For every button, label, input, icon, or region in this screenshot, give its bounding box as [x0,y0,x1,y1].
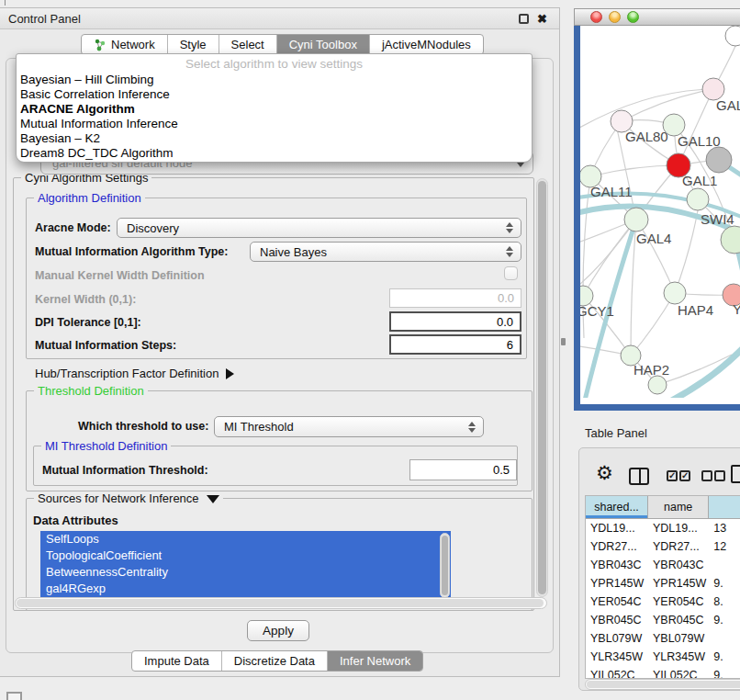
settings-horizontal-scrollbar-thumb[interactable] [17,599,544,607]
control-panel-tabbar: Network Style Select Cyni Toolbox jActiv… [81,34,484,55]
algorithm-dropdown-placeholder: Select algorithm to view settings [17,56,532,73]
tab-discretize-data[interactable]: Discretize Data [222,651,328,671]
dpi-tolerance-field[interactable]: 0.0 [389,311,521,332]
expand-arrow-icon[interactable] [226,368,234,379]
table-cell: YBL079W [586,632,648,645]
partial-corner-icon[interactable] [6,692,22,700]
data-attributes-list[interactable]: SelfLoopsTopologicalCoefficientBetweenne… [40,531,451,600]
window-zoom-icon[interactable] [627,11,639,23]
column-header-shared-name[interactable]: shared... [586,496,648,519]
network-node[interactable] [721,226,740,254]
checked-checkbox-icon[interactable]: ✓ [679,470,690,481]
network-edge[interactable] [580,220,636,290]
settings-vertical-scrollbar[interactable] [536,178,548,597]
unchecked-checkbox-icon[interactable] [714,470,725,481]
combo-arrows-icon [468,422,476,433]
data-attribute-item[interactable]: BetweennessCentrality [40,564,451,581]
network-edge[interactable] [675,210,698,293]
table-row[interactable]: YBR045CYBR045C9. [586,611,740,629]
data-attributes-scrollbar[interactable] [440,533,450,598]
network-node[interactable] [725,26,740,46]
network-window-titlebar[interactable] [574,8,740,26]
checked-checkbox-icon[interactable]: ✓ [667,470,678,481]
apply-button-label: Apply [263,624,294,638]
window-close-icon[interactable] [590,11,602,23]
mi-threshold-definition-title: MI Threshold Definition [41,439,171,453]
tab-impute-data[interactable]: Impute Data [132,651,222,671]
control-panel-titlebar[interactable]: Control Panel ✖ [0,8,559,29]
table-cell: YBL079W [648,632,709,645]
data-attribute-item[interactable]: TopologicalCoefficient [40,548,451,564]
settings-vertical-scrollbar-thumb[interactable] [538,181,546,594]
close-icon[interactable]: ✖ [537,14,547,24]
data-attribute-item[interactable]: gal4RGexp [40,581,451,597]
float-window-icon[interactable] [519,14,529,24]
network-edge[interactable] [590,165,678,176]
algorithm-option-mutual-information[interactable]: Mutual Information Inference [17,117,532,131]
aracne-mode-combobox[interactable]: Discovery [117,218,521,238]
hub-transcription-factor-label: Hub/Transcription Factor Definition [35,367,219,380]
mi-steps-field[interactable]: 6 [389,334,521,355]
table-row[interactable]: YBL079WYBL079W [586,629,740,648]
network-node-label: HAP4 [678,302,713,318]
table-row[interactable]: YDL19...YDL19...13 [586,519,740,537]
tab-infer-network[interactable]: Infer Network [328,651,422,671]
which-threshold-combobox[interactable]: MI Threshold [214,416,484,437]
network-node-hap4[interactable] [664,282,686,304]
table-row[interactable]: YIL052CYIL052C9. [586,666,740,679]
network-node[interactable] [706,147,732,173]
table-horizontal-scrollbar-thumb[interactable] [587,681,740,688]
algorithm-option-bayesian-k2[interactable]: Bayesian – K2 [17,131,532,146]
which-threshold-label: Which threshold to use: [78,420,208,433]
tab-jactivemnodules[interactable]: jActiveMNodules [370,35,483,54]
data-attributes-scrollbar-thumb[interactable] [442,536,448,595]
network-node-swi4[interactable] [687,188,709,210]
tab-impute-data-label: Impute Data [144,654,209,668]
tab-select[interactable]: Select [219,35,277,54]
network-edge[interactable] [580,89,713,131]
algorithm-option-basic-correlation[interactable]: Basic Correlation Inference [17,87,532,102]
tab-network[interactable]: Network [82,35,168,54]
algorithm-option-bayesian-hill-climbing[interactable]: Bayesian – Hill Climbing [17,73,532,87]
aracne-mode-label: Aracne Mode: [35,221,111,234]
table-row[interactable]: YDR27...YDR27...12 [586,537,740,556]
table-row[interactable]: YPR145WYPR145W9. [586,574,740,593]
unchecked-checkbox-icon[interactable] [701,470,712,481]
table-horizontal-scrollbar[interactable] [585,679,740,690]
network-node[interactable] [648,376,667,394]
table-row[interactable]: YLR345WYLR345W9. [586,648,740,666]
mi-algorithm-type-combobox[interactable]: Naive Bayes [250,242,521,262]
table-cell: 9. [709,577,740,590]
table-cell: YIL052C [586,669,648,679]
window-minimize-icon[interactable] [609,11,621,23]
network-canvas[interactable]: GALGAL80GAL10GAL1GAL11SWI4GAL4HAP4YGCY1H… [580,26,740,398]
settings-gear-icon[interactable]: ⚙ [596,464,613,482]
collapse-arrow-icon[interactable] [207,495,219,503]
kernel-width-field[interactable]: 0.0 [389,288,521,308]
panel-divider-grip[interactable] [561,338,566,345]
table-cell: YLR345W [586,650,648,663]
table-cell: YBR045C [586,614,648,627]
table-cell: YDR27... [586,540,648,553]
algorithm-option-dream8[interactable]: Dream8 DC_TDC Algorithm [17,146,532,161]
mi-threshold-field[interactable]: 0.5 [409,459,517,480]
tab-select-label: Select [231,38,264,51]
tab-cyni-toolbox[interactable]: Cyni Toolbox [277,35,370,54]
tab-style[interactable]: Style [168,35,219,54]
table-cell: YBR043C [586,559,648,571]
screen: { "titlebar": { "title": "Control Panel"… [0,0,740,700]
data-attribute-item[interactable]: SelfLoops [40,531,451,548]
settings-horizontal-scrollbar[interactable] [15,597,547,609]
column-header-name[interactable]: name [648,496,709,519]
manual-kernel-width-checkbox[interactable] [504,266,518,280]
split-columns-icon[interactable] [629,468,649,485]
hub-transcription-factor-section[interactable]: Hub/Transcription Factor Definition [35,367,234,380]
apply-button[interactable]: Apply [247,620,309,641]
table-panel-title: Table Panel [585,426,647,440]
table-row[interactable]: YER054CYER054C8. [586,593,740,611]
algorithm-option-aracne[interactable]: ARACNE Algorithm [17,102,532,117]
document-icon[interactable] [731,465,740,483]
column-header-partial[interactable] [709,496,740,519]
table-row[interactable]: YBR043CYBR043C [586,556,740,574]
network-node-gal4[interactable] [624,208,648,231]
